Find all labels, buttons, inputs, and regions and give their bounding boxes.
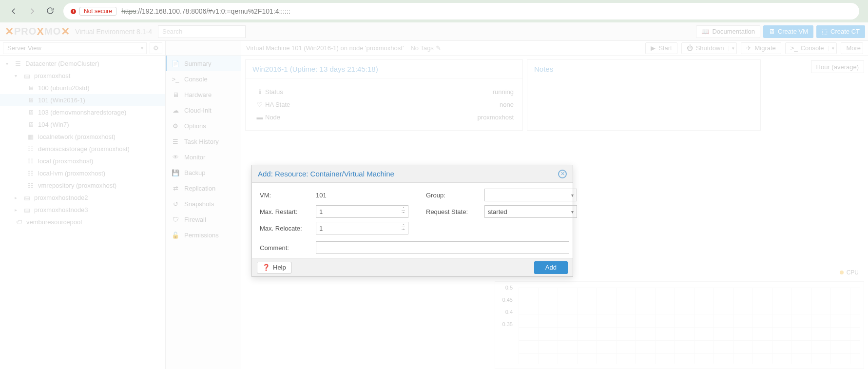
tree-network[interactable]: ▦localnetwork (proxmoxhost) <box>0 131 165 143</box>
chart-legend: CPU <box>840 269 859 276</box>
status-value: running <box>493 88 514 96</box>
nav-options[interactable]: ⚙Options <box>166 118 241 134</box>
chevron-down-icon[interactable]: ▾ <box>729 46 734 51</box>
vm-icon: 🖥 <box>26 97 35 104</box>
maxrestart-label: Max. Restart: <box>260 208 316 215</box>
reqstate-label: Request State: <box>426 208 484 215</box>
nav-taskhistory[interactable]: ☰Task History <box>166 134 241 149</box>
maxrelocate-input[interactable]: 1˄˅ <box>316 222 408 234</box>
vm-icon: 🖥 <box>26 121 35 128</box>
dialog-title: Add: Resource: Container/Virtual Machine <box>258 170 394 178</box>
tree-local[interactable]: ☷local (proxmoxhost) <box>0 155 165 167</box>
console-button[interactable]: >_Console▾ <box>785 42 837 54</box>
more-button[interactable]: More <box>841 42 863 54</box>
server-icon: 🖴 <box>22 194 31 201</box>
status-label: Status <box>265 88 493 96</box>
page-title: Virtual Machine 101 (Win2016-1) on node … <box>246 44 404 52</box>
browser-bar: Not secure https://192.168.100.78:8006/#… <box>0 0 868 22</box>
nav-firewall[interactable]: 🛡Firewall <box>166 212 241 227</box>
node-label: Node <box>265 114 478 121</box>
vm-icon: 🖥 <box>26 109 35 116</box>
notags-label[interactable]: No Tags✎ <box>410 44 441 52</box>
help-icon: ❓ <box>262 264 270 271</box>
back-button[interactable] <box>9 6 19 16</box>
documentation-button[interactable]: 📖Documentation <box>696 25 760 38</box>
tree-pool[interactable]: 🏷vemburesourcepool <box>0 216 165 228</box>
svg-rect-2 <box>73 12 74 13</box>
group-select[interactable] <box>484 189 577 201</box>
nav-cloudinit[interactable]: ☁Cloud-Init <box>166 102 241 118</box>
storage-icon: ☷ <box>26 182 35 189</box>
app-header: ✕PROXMO✕ Virtual Environment 8.1-4 Searc… <box>0 22 868 41</box>
notes-title: Notes <box>527 60 760 78</box>
tree-vm-103[interactable]: 🖥103 (demovmonsharedstorage) <box>0 106 165 118</box>
terminal-icon: >_ <box>172 76 179 83</box>
group-label: Group: <box>426 192 484 199</box>
comment-input[interactable] <box>316 241 569 254</box>
add-resource-dialog: Add: Resource: Container/Virtual Machine… <box>251 165 573 277</box>
monitor-icon: 🖥 <box>172 91 179 98</box>
ytick: 0.5 <box>499 285 513 291</box>
legend-dot-icon <box>840 271 844 274</box>
migrate-button[interactable]: ✈Migrate <box>741 42 781 54</box>
cube-icon: ⬚ <box>822 28 828 35</box>
tree-vm-101[interactable]: 🖥101 (Win2016-1) <box>0 94 165 106</box>
help-button[interactable]: ❓Help <box>257 262 291 273</box>
list-icon: ☰ <box>172 138 179 145</box>
tree-node-proxmoxhost[interactable]: ▾🖴proxmoxhost <box>0 70 165 82</box>
reqstate-select[interactable]: started <box>484 205 577 218</box>
nav-backup[interactable]: 💾Backup <box>166 165 241 180</box>
server-icon: 🖴 <box>22 73 31 79</box>
view-selector[interactable]: Server View <box>3 42 147 54</box>
monitor-icon: 🖥 <box>769 28 775 35</box>
create-ct-button[interactable]: ⬚Create CT <box>816 25 865 38</box>
shutdown-button[interactable]: ⏻Shutdown▾ <box>681 42 737 54</box>
create-vm-button[interactable]: 🖥Create VM <box>763 25 813 38</box>
address-bar[interactable]: Not secure https://192.168.100.78:8006/#… <box>63 3 859 19</box>
close-button[interactable]: ✕ <box>558 170 567 178</box>
forward-button[interactable] <box>27 6 37 16</box>
tree-locallvm[interactable]: ☷local-lvm (proxmoxhost) <box>0 167 165 179</box>
heartbeat-icon: ♡ <box>254 101 265 108</box>
ytick: 0.35 <box>499 321 513 327</box>
tree-datacenter[interactable]: ▾☰Datacenter (DemoCluster) <box>0 58 165 70</box>
tree-vm-100[interactable]: 🖥100 (ubuntu20std) <box>0 82 165 94</box>
eye-icon: 👁 <box>172 154 179 161</box>
start-button[interactable]: ▶Start <box>645 42 677 54</box>
network-icon: ▦ <box>26 134 35 140</box>
settings-button[interactable]: ⚙ <box>150 42 162 54</box>
not-secure-icon: Not secure <box>70 7 116 16</box>
nav-snapshots[interactable]: ↺Snapshots <box>166 196 241 212</box>
search-input[interactable]: Search <box>158 25 246 38</box>
tree-iscsi[interactable]: ☷demoiscsistorage (proxmoxhost) <box>0 143 165 155</box>
chevron-down-icon[interactable]: ▾ <box>829 46 834 51</box>
nav-console[interactable]: >_Console <box>166 71 241 87</box>
tag-icon: 🏷 <box>15 219 23 226</box>
nav-hardware[interactable]: 🖥Hardware <box>166 87 241 102</box>
tree-node2[interactable]: ▸🖴proxmoxhostnode2 <box>0 192 165 204</box>
tree-node3[interactable]: ▸🖴proxmoxhostnode3 <box>0 204 165 216</box>
cpu-chart: CPU 0.5 0.45 0.4 0.35 <box>495 281 864 369</box>
maxrestart-input[interactable]: 1˄˅ <box>316 205 408 218</box>
close-icon: ✕ <box>560 171 565 177</box>
sync-icon: ⇄ <box>172 185 179 192</box>
nav-permissions[interactable]: 🔓Permissions <box>166 227 241 243</box>
add-button[interactable]: Add <box>534 261 568 274</box>
tree-vmrepo[interactable]: ☷vmrepository (proxmoxhost) <box>0 179 165 192</box>
nav-replication[interactable]: ⇄Replication <box>166 180 241 196</box>
proxmox-logo: ✕PROXMO✕ <box>5 25 70 38</box>
svg-rect-1 <box>73 10 74 12</box>
lock-icon: 🔓 <box>172 232 179 239</box>
storage-icon: ☷ <box>26 170 35 177</box>
book-icon: 📄 <box>172 60 179 67</box>
nav-summary[interactable]: 📄Summary <box>166 56 241 71</box>
vm-value: 101 <box>316 192 408 199</box>
nav-monitor[interactable]: 👁Monitor <box>166 149 241 165</box>
reload-button[interactable] <box>46 6 55 17</box>
send-icon: ✈ <box>746 44 752 52</box>
storage-icon: ☷ <box>26 146 35 153</box>
maxrelocate-label: Max. Relocate: <box>260 225 316 232</box>
tree-vm-104[interactable]: 🖥104 (Win7) <box>0 118 165 131</box>
storage-icon: ☷ <box>26 158 35 165</box>
gear-icon: ⚙ <box>172 122 179 130</box>
